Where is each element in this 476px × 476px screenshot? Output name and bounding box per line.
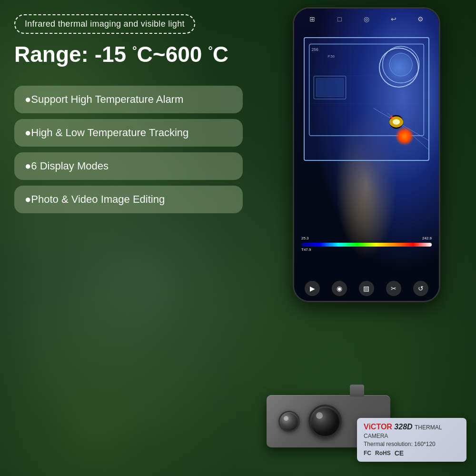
feature-display-modes: ●6 Display Modes bbox=[14, 152, 243, 180]
thermal-scene: 256 P.56 + bbox=[304, 37, 429, 161]
spec-brand: ViCTOR 328D THERMAL CAMERA bbox=[364, 423, 460, 440]
feature-photo-video: ●Photo & Video Image Editing bbox=[14, 186, 243, 213]
phone-screen: ⊞ □ ◎ ↩ ⚙ bbox=[294, 9, 439, 301]
temp-mid-label: T47.9 bbox=[301, 248, 432, 252]
right-panel: ⊞ □ ◎ ↩ ⚙ bbox=[257, 0, 476, 476]
cert-rohs: RoHS bbox=[375, 450, 391, 456]
feature-label-0: ●Support High Temperature Alarm bbox=[25, 93, 183, 105]
phone-device: ⊞ □ ◎ ↩ ⚙ bbox=[293, 7, 440, 302]
top-icon-0[interactable]: ⊞ bbox=[306, 12, 319, 26]
top-icon-gear[interactable]: ⚙ bbox=[414, 12, 427, 26]
resolution-value: 160*120 bbox=[414, 441, 436, 447]
phone-bottom-toolbar: ▶ ◉ ▨ ✂ ↺ bbox=[294, 281, 439, 296]
spec-resolution: Thermal resolution: 160*120 bbox=[364, 441, 460, 447]
thermal-svg: 256 P.56 + bbox=[305, 38, 428, 160]
top-icon-2[interactable]: ◎ bbox=[360, 12, 373, 26]
svg-rect-4 bbox=[316, 79, 344, 97]
temp-max: 242.9 bbox=[422, 236, 432, 240]
top-icon-1[interactable]: □ bbox=[333, 12, 346, 26]
camera-lenses bbox=[278, 405, 342, 438]
temp-min: 25.3 bbox=[301, 236, 309, 240]
brand-ictor: iCTOR bbox=[368, 423, 392, 431]
svg-point-1 bbox=[383, 46, 419, 83]
usb-connector bbox=[350, 385, 364, 397]
temp-mid: T47.9 bbox=[301, 248, 311, 252]
feature-label-2: ●6 Display Modes bbox=[25, 160, 109, 172]
color-bar bbox=[301, 243, 432, 247]
toolbar-circle[interactable]: ◉ bbox=[332, 281, 347, 296]
color-bar-container: 25.3 242.9 T47.9 bbox=[301, 235, 432, 244]
toolbar-cut[interactable]: ✂ bbox=[386, 281, 401, 296]
spec-certs: FC RoHS CE bbox=[364, 449, 460, 457]
left-panel: Infrared thermal imaging and visible lig… bbox=[0, 0, 257, 476]
feature-label-3: ●Photo & Video Image Editing bbox=[25, 193, 165, 205]
cert-ce: CE bbox=[395, 449, 404, 457]
spec-badge: ViCTOR 328D THERMAL CAMERA Thermal resol… bbox=[357, 418, 466, 462]
brand-model: 328D bbox=[394, 423, 412, 431]
svg-point-9 bbox=[393, 119, 400, 125]
svg-point-2 bbox=[389, 53, 412, 76]
svg-text:+: + bbox=[389, 113, 394, 121]
svg-text:P.56: P.56 bbox=[327, 54, 335, 59]
svg-text:256: 256 bbox=[311, 47, 318, 52]
tag-box: Infrared thermal imaging and visible lig… bbox=[14, 14, 195, 34]
feature-label-1: ●High & Low Temperature Tracking bbox=[25, 127, 188, 139]
lens-large bbox=[308, 405, 342, 438]
range-text: Range: -15 °C~600 °C bbox=[14, 42, 243, 67]
temp-labels: 25.3 242.9 bbox=[301, 236, 432, 240]
phone-body: ⊞ □ ◎ ↩ ⚙ bbox=[293, 7, 440, 302]
toolbar-rotate[interactable]: ↺ bbox=[413, 281, 428, 296]
toolbar-palette[interactable]: ▨ bbox=[359, 281, 374, 296]
lens-small bbox=[278, 411, 300, 432]
toolbar-play[interactable]: ▶ bbox=[305, 281, 320, 296]
features-list: ●Support High Temperature Alarm ●High & … bbox=[14, 86, 243, 213]
brand-v: V bbox=[364, 423, 368, 431]
feature-high-temp-alarm: ●Support High Temperature Alarm bbox=[14, 86, 243, 113]
top-icon-3[interactable]: ↩ bbox=[387, 12, 400, 26]
cert-fc: FC bbox=[364, 450, 371, 456]
tag-label: Infrared thermal imaging and visible lig… bbox=[25, 19, 185, 29]
resolution-label: Thermal resolution: bbox=[364, 441, 413, 447]
feature-temp-tracking: ●High & Low Temperature Tracking bbox=[14, 119, 243, 147]
phone-top-toolbar: ⊞ □ ◎ ↩ ⚙ bbox=[294, 12, 439, 26]
